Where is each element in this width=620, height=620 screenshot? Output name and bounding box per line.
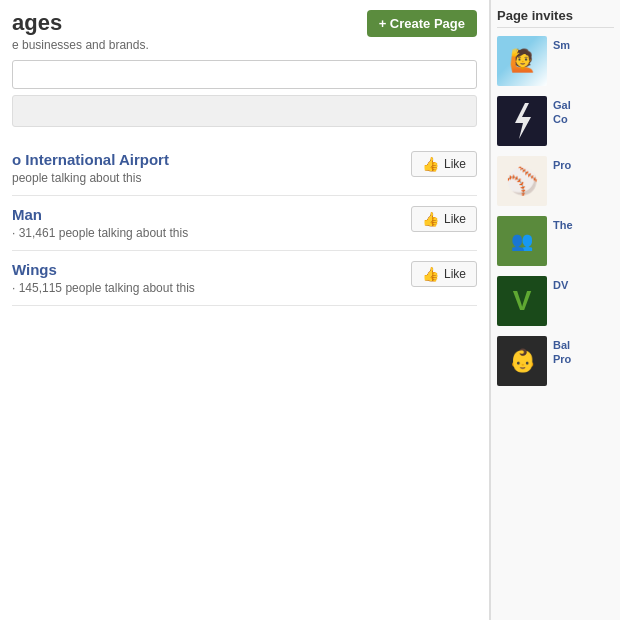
filter-bar xyxy=(12,95,477,127)
invite-item-4: V DV xyxy=(497,276,614,326)
page-item-man: Man · 31,461 people talking about this 👍… xyxy=(12,196,477,251)
like-button-wings[interactable]: 👍 Like xyxy=(411,261,477,287)
page-name-wings[interactable]: Wings xyxy=(12,261,57,278)
page-item-wings-header: Wings · 145,115 people talking about thi… xyxy=(12,261,477,295)
invite-thumb-0: 🙋 xyxy=(497,36,547,86)
invite-name-4[interactable]: DV xyxy=(553,278,568,292)
page-item-airport: o International Airport people talking a… xyxy=(12,141,477,196)
page-info-wings: Wings · 145,115 people talking about thi… xyxy=(12,261,195,295)
invite-item-0: 🙋 Sm xyxy=(497,36,614,86)
invite-thumb-5: 👶 xyxy=(497,336,547,386)
invite-item-2: ⚾ Pro xyxy=(497,156,614,206)
page-info-man: Man · 31,461 people talking about this xyxy=(12,206,188,240)
invite-name-1[interactable]: GalCo xyxy=(553,98,571,127)
invite-name-2[interactable]: Pro xyxy=(553,158,571,172)
like-label-man: Like xyxy=(444,212,466,226)
sidebar-title: Page invites xyxy=(497,8,614,28)
main-header: ages e businesses and brands. + Create P… xyxy=(12,10,477,52)
invite-thumb-4: V xyxy=(497,276,547,326)
like-label-wings: Like xyxy=(444,267,466,281)
page-meta-airport: people talking about this xyxy=(12,171,169,185)
page-subtitle: e businesses and brands. xyxy=(12,38,149,52)
invite-name-5[interactable]: BalPro xyxy=(553,338,571,367)
invite-thumb-1 xyxy=(497,96,547,146)
like-button-airport[interactable]: 👍 Like xyxy=(411,151,477,177)
invite-item-1: GalCo xyxy=(497,96,614,146)
invite-thumb-3: 👥 xyxy=(497,216,547,266)
page-name-airport[interactable]: o International Airport xyxy=(12,151,169,168)
like-button-man[interactable]: 👍 Like xyxy=(411,206,477,232)
invite-name-0[interactable]: Sm xyxy=(553,38,570,52)
invite-item-3: 👥 The xyxy=(497,216,614,266)
search-input[interactable] xyxy=(12,60,477,89)
page-info-airport: o International Airport people talking a… xyxy=(12,151,169,185)
page-meta-wings: · 145,115 people talking about this xyxy=(12,281,195,295)
thumbs-up-icon-man: 👍 xyxy=(422,211,439,227)
page-item-airport-header: o International Airport people talking a… xyxy=(12,151,477,185)
create-page-button[interactable]: + Create Page xyxy=(367,10,477,37)
page-item-wings: Wings · 145,115 people talking about thi… xyxy=(12,251,477,306)
thumbs-up-icon-airport: 👍 xyxy=(422,156,439,172)
like-label-airport: Like xyxy=(444,157,466,171)
page-meta-man: · 31,461 people talking about this xyxy=(12,226,188,240)
page-title: ages xyxy=(12,10,149,36)
invite-thumb-2: ⚾ xyxy=(497,156,547,206)
page-name-man[interactable]: Man xyxy=(12,206,42,223)
page-item-man-header: Man · 31,461 people talking about this 👍… xyxy=(12,206,477,240)
thumbs-up-icon-wings: 👍 xyxy=(422,266,439,282)
main-content: ages e businesses and brands. + Create P… xyxy=(0,0,490,620)
invite-item-5: 👶 BalPro xyxy=(497,336,614,386)
title-block: ages e businesses and brands. xyxy=(12,10,149,52)
sidebar: Page invites 🙋 Sm GalCo ⚾ Pro 👥 The V xyxy=(490,0,620,620)
invite-name-3[interactable]: The xyxy=(553,218,573,232)
